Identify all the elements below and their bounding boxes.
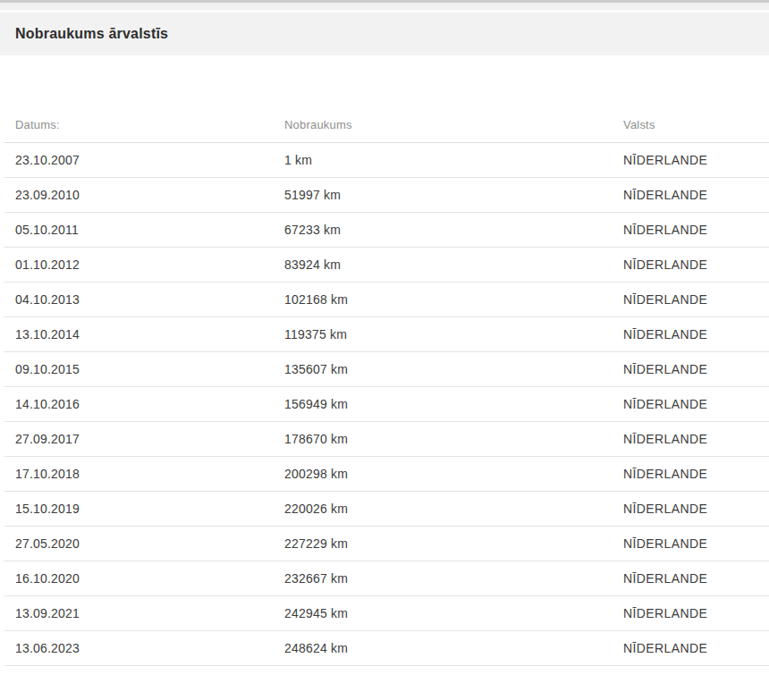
date-cell: 27.09.2017 (15, 432, 284, 446)
page-title: Nobraukums ārvalstīs (15, 26, 168, 42)
mileage-cell: 248624 km (284, 641, 623, 655)
table-row: 05.10.2011 67233 km NĪDERLANDE (4, 213, 769, 248)
date-cell: 23.10.2007 (15, 153, 284, 167)
table-row: 15.10.2019 220026 km NĪDERLANDE (4, 492, 769, 527)
country-cell: NĪDERLANDE (623, 292, 769, 307)
date-cell: 05.10.2011 (15, 223, 284, 237)
mileage-cell: 220026 km (284, 502, 623, 516)
mileage-cell: 200298 km (284, 467, 623, 481)
column-header-country: Valsts (623, 118, 769, 131)
country-cell: NĪDERLANDE (623, 223, 769, 237)
country-cell: NĪDERLANDE (623, 606, 769, 620)
country-cell: NĪDERLANDE (623, 432, 769, 446)
mileage-cell: 102168 km (284, 292, 623, 307)
mileage-cell: 119375 km (284, 327, 623, 342)
date-cell: 13.09.2021 (15, 606, 284, 620)
table-row: 04.10.2013 102168 km NĪDERLANDE (4, 283, 769, 317)
table-row: 01.10.2012 83924 km NĪDERLANDE (4, 248, 769, 283)
country-cell: NĪDERLANDE (623, 153, 769, 167)
table-row: 16.10.2020 232667 km NĪDERLANDE (4, 561, 769, 596)
country-cell: NĪDERLANDE (623, 362, 769, 376)
date-cell: 13.10.2014 (15, 327, 284, 342)
country-cell: NĪDERLANDE (623, 502, 769, 516)
country-cell: NĪDERLANDE (623, 641, 769, 655)
mileage-cell: 178670 km (284, 432, 623, 446)
country-cell: NĪDERLANDE (623, 467, 769, 481)
mileage-abroad-table: Datums: Nobraukums Valsts 23.10.2007 1 k… (0, 55, 769, 666)
table-row: 09.10.2015 135607 km NĪDERLANDE (4, 352, 769, 387)
mileage-cell: 67233 km (284, 223, 623, 237)
mileage-cell: 135607 km (284, 362, 623, 376)
table-row: 13.10.2014 119375 km NĪDERLANDE (4, 317, 769, 352)
table-row: 13.09.2021 242945 km NĪDERLANDE (4, 596, 769, 631)
date-cell: 14.10.2016 (15, 397, 284, 411)
table-body: 23.10.2007 1 km NĪDERLANDE 23.09.2010 51… (0, 143, 769, 666)
panel-header: Nobraukums ārvalstīs (0, 13, 769, 55)
table-row: 13.06.2023 248624 km NĪDERLANDE (4, 631, 769, 666)
country-cell: NĪDERLANDE (623, 188, 769, 202)
country-cell: NĪDERLANDE (623, 327, 769, 342)
table-row: 23.10.2007 1 km NĪDERLANDE (4, 143, 769, 178)
column-header-date: Datums: (15, 118, 284, 131)
date-cell: 04.10.2013 (15, 292, 284, 307)
country-cell: NĪDERLANDE (623, 257, 769, 272)
mileage-cell: 1 km (284, 153, 623, 167)
table-row: 27.05.2020 227229 km NĪDERLANDE (4, 527, 769, 561)
date-cell: 16.10.2020 (15, 571, 284, 586)
table-row: 27.09.2017 178670 km NĪDERLANDE (4, 422, 769, 457)
date-cell: 17.10.2018 (15, 467, 284, 481)
mileage-cell: 156949 km (284, 397, 623, 411)
mileage-cell: 232667 km (284, 571, 623, 586)
column-header-mileage: Nobraukums (284, 118, 623, 131)
mileage-cell: 83924 km (284, 257, 623, 272)
table-row: 23.09.2010 51997 km NĪDERLANDE (4, 178, 769, 213)
date-cell: 09.10.2015 (15, 362, 284, 376)
mileage-cell: 227229 km (284, 536, 623, 551)
date-cell: 01.10.2012 (15, 257, 284, 272)
country-cell: NĪDERLANDE (623, 397, 769, 411)
table-row: 17.10.2018 200298 km NĪDERLANDE (4, 457, 769, 492)
date-cell: 13.06.2023 (15, 641, 284, 655)
date-cell: 27.05.2020 (15, 536, 284, 551)
date-cell: 23.09.2010 (15, 188, 284, 202)
table-header-row: Datums: Nobraukums Valsts (4, 55, 769, 143)
country-cell: NĪDERLANDE (623, 571, 769, 586)
mileage-cell: 51997 km (284, 188, 623, 202)
date-cell: 15.10.2019 (15, 502, 284, 516)
top-spacer-strip (0, 3, 769, 10)
table-row: 14.10.2016 156949 km NĪDERLANDE (4, 387, 769, 422)
mileage-cell: 242945 km (284, 606, 623, 620)
page: Nobraukums ārvalstīs Datums: Nobraukums … (0, 0, 769, 700)
country-cell: NĪDERLANDE (623, 536, 769, 551)
